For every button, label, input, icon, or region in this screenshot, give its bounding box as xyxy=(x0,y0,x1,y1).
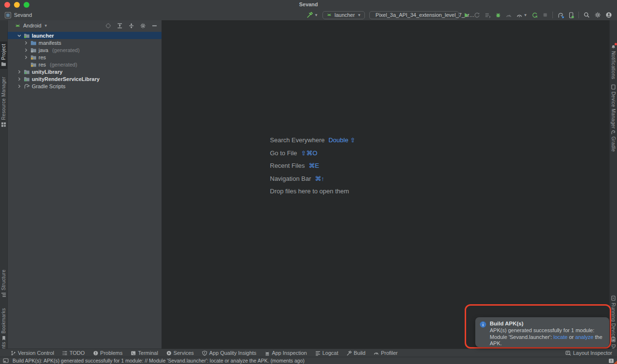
notification-title: Build APK(s) xyxy=(490,321,603,326)
sidebar-tab-notifications[interactable]: Notifications xyxy=(610,41,617,81)
tree-item-res-generated[interactable]: res (generated) xyxy=(8,61,161,68)
device-selector[interactable]: Pixel_3a_API_34_extension_level_7_ar… xyxy=(369,11,459,19)
run-config-selector[interactable]: launcher ▼ xyxy=(322,11,365,19)
tree-item-gradle-scripts[interactable]: Gradle Scripts xyxy=(8,82,161,90)
project-tool-window: Android ▼ launcher xyxy=(8,20,162,349)
chevron-down-icon: ▼ xyxy=(523,13,527,17)
build-hammer-button[interactable]: ▼ xyxy=(307,12,318,18)
info-icon xyxy=(480,321,486,344)
shortcut-recent-files: Recent Files⌘E xyxy=(270,160,355,173)
chevron-down-icon[interactable]: ▼ xyxy=(44,24,48,28)
resource-manager-icon xyxy=(1,122,6,127)
status-bar: Build APK(s): APK(s) generated successfu… xyxy=(0,357,617,364)
notification-body: APK(s) generated successfully for 1 modu… xyxy=(490,327,603,347)
locate-link[interactable]: locate xyxy=(553,334,567,340)
gradle-sync-elephant-icon[interactable] xyxy=(557,12,564,18)
todo-list-icon xyxy=(62,351,67,356)
status-message[interactable]: Build APK(s): APK(s) generated successfu… xyxy=(13,358,305,364)
project-panel-header: Android ▼ xyxy=(8,20,161,31)
module-icon xyxy=(24,69,30,75)
device-mirroring-icon[interactable] xyxy=(569,12,574,18)
tree-item-unityrenderservicelibrary[interactable]: unityRenderServiceLibrary xyxy=(8,75,161,82)
sidebar-tab-project[interactable]: Project xyxy=(0,41,7,69)
tool-tab-profiler[interactable]: Profiler xyxy=(374,350,398,356)
project-view-selector[interactable]: Android xyxy=(23,23,41,28)
analyze-link[interactable]: analyze xyxy=(575,334,593,340)
chevron-collapsed-icon[interactable] xyxy=(17,77,22,81)
debug-button[interactable] xyxy=(495,12,501,18)
chevron-collapsed-icon[interactable] xyxy=(24,41,28,45)
device-manager-icon xyxy=(611,84,616,90)
sidebar-tab-device-manager[interactable]: Device Manager xyxy=(610,82,617,131)
sync-project-button[interactable] xyxy=(532,12,538,18)
module-icon xyxy=(24,76,30,82)
chevron-collapsed-icon[interactable] xyxy=(17,70,22,74)
expand-all-icon[interactable] xyxy=(117,23,123,29)
shortcut-search-everywhere: Search EverywhereDouble ⇧ xyxy=(270,134,355,147)
project-name: Sevand xyxy=(14,12,32,18)
tool-tab-problems[interactable]: Problems xyxy=(93,350,122,356)
settings-gear-icon[interactable] xyxy=(594,12,601,18)
account-profile-icon[interactable] xyxy=(605,12,612,18)
shortcut-keys: ⇧⌘O xyxy=(301,149,317,157)
tool-tab-app-quality-insights[interactable]: App Quality Insights xyxy=(202,350,256,356)
gradle-elephant-icon xyxy=(611,130,617,135)
sidebar-tab-gradle[interactable]: Gradle xyxy=(610,127,617,154)
gauge-icon xyxy=(374,351,379,356)
tree-item-launcher[interactable]: launcher xyxy=(8,32,161,39)
run-button[interactable] xyxy=(463,12,469,18)
services-icon xyxy=(166,351,172,356)
profiler-dropdown-button[interactable]: ▼ xyxy=(516,12,527,18)
locate-file-icon[interactable] xyxy=(105,23,111,29)
tool-tab-app-inspection[interactable]: App Inspection xyxy=(265,350,307,356)
panel-settings-gear-icon[interactable] xyxy=(140,23,146,29)
chevron-collapsed-icon[interactable] xyxy=(24,55,28,59)
logcat-icon xyxy=(315,351,321,356)
android-icon xyxy=(326,12,332,18)
restart-button[interactable] xyxy=(474,12,480,18)
chevron-expanded-icon[interactable] xyxy=(17,34,22,38)
tool-tab-build[interactable]: Build xyxy=(347,350,365,356)
tree-item-unitylibrary[interactable]: unityLibrary xyxy=(8,68,161,75)
project-tree: launcher manifests java (generated) res xyxy=(8,31,161,90)
search-everywhere-icon[interactable] xyxy=(583,12,590,18)
problems-icon xyxy=(93,351,98,356)
layout-inspector-icon xyxy=(565,351,571,356)
chevron-collapsed-icon[interactable] xyxy=(24,48,28,52)
chevron-collapsed-icon[interactable] xyxy=(17,84,22,88)
running-devices-icon xyxy=(611,296,616,301)
res-folder-icon xyxy=(30,54,37,60)
device-label: Pixel_3a_API_34_extension_level_7_ar… xyxy=(376,12,474,18)
tree-item-res[interactable]: res xyxy=(8,54,161,61)
profile-button[interactable] xyxy=(506,12,512,18)
sidebar-tab-bookmarks[interactable]: Bookmarks xyxy=(0,306,7,343)
tool-tab-services[interactable]: Services xyxy=(166,350,194,356)
resize-corner xyxy=(614,361,617,364)
run-config-label: launcher xyxy=(335,12,355,18)
sidebar-tab-resource-manager[interactable]: Resource Manager xyxy=(0,74,7,130)
toolbar-separator xyxy=(578,12,579,18)
chevron-down-icon: ▼ xyxy=(314,13,318,17)
tree-item-manifests[interactable]: manifests xyxy=(8,39,161,46)
shortcut-keys: ⌘E xyxy=(308,162,319,169)
hide-panel-icon[interactable] xyxy=(151,23,158,29)
sidebar-tab-structure[interactable]: Structure xyxy=(0,267,7,300)
tool-window-switcher-icon[interactable] xyxy=(3,358,9,363)
tool-tab-todo[interactable]: TODO xyxy=(62,350,85,356)
stop-button[interactable] xyxy=(542,12,548,18)
collapse-all-icon[interactable] xyxy=(128,23,134,29)
shortcut-navigation-bar: Navigation Bar⌘↑ xyxy=(270,173,355,186)
manifests-folder-icon xyxy=(30,40,37,46)
tool-tab-version-control[interactable]: Version Control xyxy=(11,350,54,356)
tool-tab-terminal[interactable]: Terminal xyxy=(131,350,158,356)
tool-tab-logcat[interactable]: Logcat xyxy=(315,350,338,356)
tree-item-java-generated[interactable]: java (generated) xyxy=(8,46,161,54)
apply-changes-button[interactable] xyxy=(484,12,491,18)
android-icon xyxy=(14,23,21,28)
folder-icon xyxy=(1,62,6,67)
shortcut-go-to-file: Go to File⇧⌘O xyxy=(270,147,355,160)
tool-tab-layout-inspector[interactable]: Layout Inspector xyxy=(565,350,612,356)
java-generated-folder-icon xyxy=(30,47,37,53)
main-area: Project Resource Manager Structure Bookm… xyxy=(0,20,617,349)
build-apk-notification[interactable]: Build APK(s) APK(s) generated successful… xyxy=(475,317,609,347)
